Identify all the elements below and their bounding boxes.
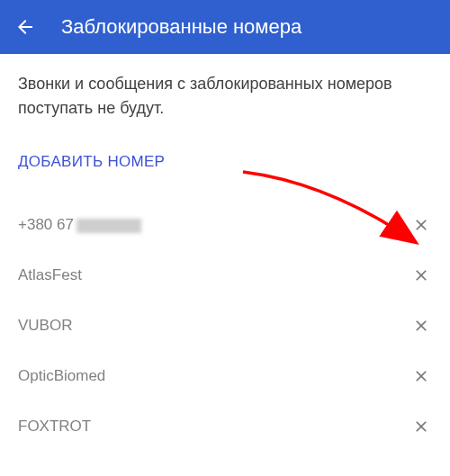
blocked-number-label: AtlasFest	[18, 266, 82, 284]
description-text: Звонки и сообщения с заблокированных ном…	[18, 72, 432, 121]
list-item: +380 67	[18, 200, 432, 250]
back-arrow-icon[interactable]	[14, 16, 36, 38]
list-item: VUBOR	[18, 301, 432, 351]
list-item: FOXTROT	[18, 401, 432, 452]
content-area: Звонки и сообщения с заблокированных ном…	[0, 54, 450, 470]
remove-icon[interactable]	[410, 315, 432, 337]
blocked-number-label: OpticBiomed	[18, 367, 105, 385]
blocked-number-label: VUBOR	[18, 317, 72, 335]
list-item: OpticBiomed	[18, 351, 432, 401]
app-header: Заблокированные номера	[0, 0, 450, 54]
blocked-number-label: FOXTROT	[18, 418, 91, 436]
blocked-number-label: +380 67	[18, 216, 141, 234]
remove-icon[interactable]	[410, 214, 432, 236]
add-number-button[interactable]: ДОБАВИТЬ НОМЕР	[18, 153, 165, 171]
censored-digits	[76, 219, 141, 233]
remove-icon[interactable]	[410, 265, 432, 286]
page-title: Заблокированные номера	[61, 15, 302, 39]
remove-icon[interactable]	[410, 416, 432, 437]
list-item: AtlasFest	[18, 250, 432, 301]
remove-icon[interactable]	[410, 365, 432, 387]
blocked-numbers-list: +380 67 AtlasFest VUBOR OpticBiomed	[18, 200, 432, 452]
